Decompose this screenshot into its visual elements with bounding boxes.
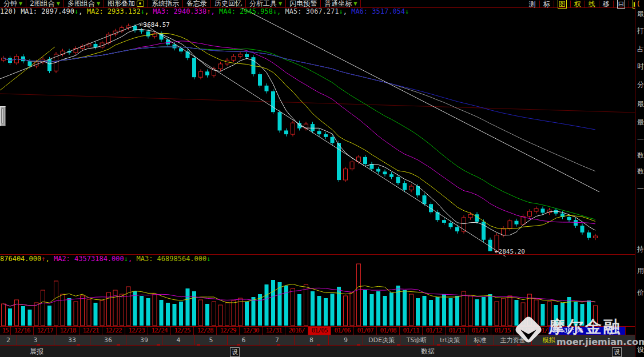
chevron-down-icon: ▼ xyxy=(279,0,282,7)
down-arrow-icon: ↓ xyxy=(405,7,409,15)
clipped-panel-text: 分 xyxy=(637,81,644,88)
ma-value: MA6: 3517.054 xyxy=(351,7,405,15)
toolbar-button-3[interactable]: 权 xyxy=(571,1,585,7)
ma-value: MA2: 2933.132 xyxy=(87,7,141,15)
menu-item-7[interactable]: 分析工具▼ xyxy=(246,0,286,7)
toolbar-button-label: 测 xyxy=(529,0,536,8)
right-panel-edge[interactable]: 最打占时分最最一数数一持用价设 xyxy=(635,0,644,357)
watermark-title: 摩尔金融 xyxy=(548,316,622,339)
week-number-cell: 8 xyxy=(295,335,329,345)
clipped-panel-text: 最 xyxy=(637,10,644,17)
date-cell: 15 xyxy=(0,327,11,335)
ma-value: MA5: 3067.271 xyxy=(285,7,339,15)
date-cell: 12/30 xyxy=(240,327,263,335)
week-number-cell: 5 xyxy=(195,335,228,345)
date-cell: 01/08 xyxy=(377,327,400,335)
date-cell: 01/07 xyxy=(354,327,377,335)
clipped-panel-text: 一 xyxy=(637,185,644,192)
separator: , xyxy=(211,7,219,15)
ma-value: MA3: 2940.338 xyxy=(153,7,206,15)
clipped-panel-text: 占 xyxy=(637,46,644,53)
week-number-cell: 6 xyxy=(228,335,260,345)
date-cell: 01/14 xyxy=(468,327,491,335)
date-cell: 12/25 xyxy=(171,327,194,335)
down-arrow-icon: ↓ xyxy=(141,7,145,15)
menu-item-1[interactable]: 2图组合▼ xyxy=(26,0,64,7)
date-cell: 12/29 xyxy=(217,327,240,335)
top-menu-bar: 分钟▼2图组合▼多图组合▼图形叠加系统指示备忘录历史回忆分析工具▼闪电预警普通坐… xyxy=(0,0,644,8)
overflow-indicator: ( xyxy=(637,0,640,8)
clipped-panel-text: 打 xyxy=(637,27,644,34)
chevron-down-icon: ▼ xyxy=(19,0,22,7)
panel-grip[interactable] xyxy=(0,106,6,126)
week-number-cell: 3 xyxy=(17,335,54,345)
date-cell: 2016/ xyxy=(285,327,308,335)
menu-item-label: 2图组合 xyxy=(30,0,55,7)
menu-item-6[interactable]: 历史回忆 xyxy=(211,0,246,7)
chevron-down-icon: ▼ xyxy=(353,0,357,7)
menu-item-label: 图形叠加 xyxy=(108,0,135,7)
date-cell: 01/06 xyxy=(331,327,354,335)
watermark-url: moer.jiemian.com xyxy=(556,336,644,347)
toolbar-button-0[interactable]: 测 xyxy=(526,1,540,7)
bottom-tab-14[interactable]: 标准 xyxy=(467,335,494,345)
menu-item-label: 普通坐标 xyxy=(324,0,352,7)
clipped-panel-text: 持 xyxy=(637,246,644,252)
clipped-panel-text: 一 xyxy=(637,136,644,143)
moer-logo-icon xyxy=(511,315,546,348)
menu-item-3[interactable]: 图形叠加 xyxy=(104,0,148,7)
bottom-tab-12[interactable]: TS诊断 xyxy=(400,335,434,345)
tab-morning-report[interactable]: 晨报 xyxy=(30,347,43,356)
trading-terminal-window: ←3684.57←2845.20 分钟▼2图组合▼多图组合▼图形叠加系统指示备忘… xyxy=(0,0,644,357)
tab-data[interactable]: 数据 xyxy=(421,347,435,356)
separator: , xyxy=(277,7,285,15)
toolbar-button-2[interactable]: 图 xyxy=(554,1,571,7)
date-cell: 12/18 xyxy=(57,327,79,335)
menu-item-0[interactable]: 分钟▼ xyxy=(0,0,26,7)
week-number-cell: 39 xyxy=(126,335,162,345)
bottom-tab-11[interactable]: DDE决策 xyxy=(363,335,400,345)
bottom-tab-13[interactable]: trt决策 xyxy=(434,335,467,345)
week-number-cell: 2 xyxy=(0,335,17,345)
menu-item-2[interactable]: 多图组合▼ xyxy=(64,0,104,7)
date-cell: 12/28 xyxy=(194,327,217,335)
clipped-panel-text: 最 xyxy=(637,101,644,107)
ma-values-header: 120) MA1: 2897.490↓, MA2: 2933.132↓, MA3… xyxy=(0,7,635,15)
date-cell: 01/05 xyxy=(308,327,331,335)
week-number-cell: 7 xyxy=(260,335,295,345)
menu-item-9[interactable]: 普通坐标▼ xyxy=(321,0,361,7)
menu-item-5[interactable]: 备忘录 xyxy=(183,0,211,7)
clipped-panel-text: 价 xyxy=(637,289,644,296)
date-cell: 01/11 xyxy=(400,327,423,335)
down-arrow-icon: ↓ xyxy=(339,7,343,15)
menu-item-8[interactable]: 闪电预警 xyxy=(286,0,321,7)
kline-chart[interactable]: ←3684.57←2845.20 xyxy=(0,0,644,357)
date-cell: 12/21 xyxy=(79,327,102,335)
date-cell: 12/24 xyxy=(148,327,171,335)
toolbar-button-1[interactable]: 标 xyxy=(540,1,554,7)
clipped-panel-text: 时 xyxy=(637,63,644,70)
camera-icon[interactable] xyxy=(137,1,144,7)
week-number-cell: 33 xyxy=(54,335,90,345)
date-cell: 12/16 xyxy=(11,327,34,335)
date-cell: 12/17 xyxy=(34,327,57,335)
volume-ma-header: 876404.000↑, MA2: 43573184.000↓, MA3: 46… xyxy=(0,255,635,263)
menu-item-label: 历史回忆 xyxy=(214,0,242,7)
clipped-panel-text: 最 xyxy=(637,119,644,126)
ma-value: MA2: 43573184.000 xyxy=(54,255,124,263)
toolbar-button-4[interactable]: 线 xyxy=(585,1,599,7)
menu-item-label: 多图组合 xyxy=(67,0,95,7)
menu-item-4[interactable]: 系统指示 xyxy=(148,0,183,7)
chevron-down-icon: ▼ xyxy=(57,0,60,7)
clipped-panel-text: 数 xyxy=(637,168,644,175)
toolbar-button-label: 权 xyxy=(574,0,581,8)
separator: , xyxy=(78,7,86,15)
toolbar-button-5[interactable]: 移 xyxy=(599,1,614,7)
toolbar-button-6[interactable]: ⊟ xyxy=(614,1,629,7)
settings-button-left[interactable]: 设 xyxy=(230,347,240,357)
svg-text:←3684.57: ←3684.57 xyxy=(140,21,170,29)
down-arrow-icon: ↓ xyxy=(206,255,210,263)
date-cell: 01/12 xyxy=(423,327,446,335)
menu-item-label: 分钟 xyxy=(3,0,17,7)
watermark: 摩尔金融 moer.jiemian.com xyxy=(511,315,639,350)
